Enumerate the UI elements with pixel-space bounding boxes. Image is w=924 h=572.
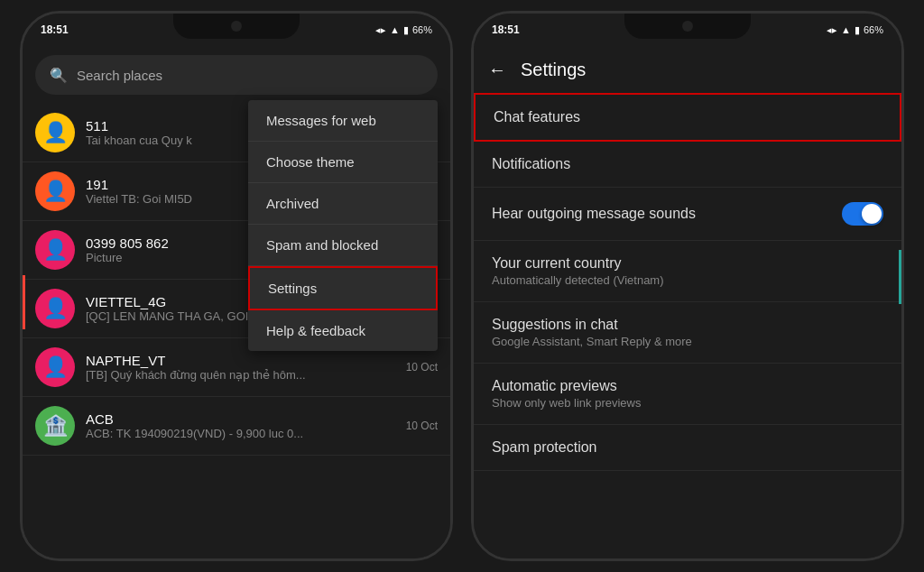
msg-content: ACB ACB: TK 194090219(VND) - 9,900 luc 0… <box>86 411 395 440</box>
signal-icon: ◂▸ <box>375 24 386 36</box>
wifi-icon-right: ▲ <box>841 24 851 35</box>
settings-item-suggestions[interactable]: Suggestions in chat Google Assistant, Sm… <box>474 302 901 364</box>
notch-left <box>173 14 300 39</box>
msg-time: 10 Oct <box>406 361 438 374</box>
menu-item-help-feedback[interactable]: Help & feedback <box>248 310 438 351</box>
settings-title: Settings <box>521 60 586 80</box>
menu-item-settings[interactable]: Settings <box>248 266 438 310</box>
settings-item-country[interactable]: Your current country Automatically detec… <box>474 241 901 302</box>
list-item[interactable]: 🏦 ACB ACB: TK 194090219(VND) - 9,900 luc… <box>23 397 450 456</box>
settings-item-text: Suggestions in chat Google Assistant, Sm… <box>492 317 692 348</box>
settings-item-title: Automatic previews <box>492 378 641 394</box>
dropdown-menu: Messages for web Choose theme Archived S… <box>248 100 438 351</box>
menu-item-messages-for-web[interactable]: Messages for web <box>248 100 438 142</box>
settings-item-auto-previews[interactable]: Automatic previews Show only web link pr… <box>474 364 901 425</box>
time-left: 18:51 <box>41 23 69 36</box>
status-bar-left: 18:51 ◂▸ ▲ ▮ 66% <box>23 14 450 46</box>
avatar: 🏦 <box>35 406 75 446</box>
right-scroll-indicator <box>899 250 901 304</box>
menu-item-spam-blocked[interactable]: Spam and blocked <box>248 225 438 266</box>
wifi-icon: ▲ <box>390 24 400 35</box>
battery-pct-left: 66% <box>412 24 432 35</box>
settings-item-subtitle: Google Assistant, Smart Reply & more <box>492 335 692 348</box>
status-icons-right: ◂▸ ▲ ▮ 66% <box>827 24 883 36</box>
left-scroll-indicator <box>23 275 25 329</box>
menu-item-archived[interactable]: Archived <box>248 183 438 225</box>
msg-name: NAPTHE_VT <box>86 353 395 368</box>
search-icon: 🔍 <box>50 67 68 84</box>
status-icons-left: ◂▸ ▲ ▮ 66% <box>375 24 432 36</box>
battery-icon-right: ▮ <box>855 24 860 36</box>
settings-screen: ← Settings Chat features Notifications H… <box>474 46 901 558</box>
settings-item-title: Suggestions in chat <box>492 317 692 333</box>
settings-header: ← Settings <box>474 46 901 93</box>
camera-dot-right <box>682 21 693 32</box>
status-bar-right: 18:51 ◂▸ ▲ ▮ 66% <box>474 14 901 46</box>
notch-right <box>624 14 751 39</box>
toggle-thumb <box>862 204 882 224</box>
settings-item-subtitle: Show only web link previews <box>492 396 641 410</box>
settings-item-subtitle: Automatically detected (Vietnam) <box>492 273 664 287</box>
messages-screen: 🔍 Search places 👤 511 Tai khoan cua Quy … <box>23 46 450 558</box>
battery-icon: ▮ <box>403 24 409 36</box>
avatar: 👤 <box>35 289 75 328</box>
avatar: 👤 <box>35 230 75 270</box>
avatar: 👤 <box>35 347 75 387</box>
search-bar[interactable]: 🔍 Search places <box>35 55 438 95</box>
settings-item-title: Hear outgoing message sounds <box>492 206 696 222</box>
settings-item-text: Hear outgoing message sounds <box>492 206 696 222</box>
avatar: 👤 <box>35 171 75 211</box>
settings-item-chat-features[interactable]: Chat features <box>474 93 901 142</box>
msg-name: ACB <box>86 411 395 427</box>
msg-content: NAPTHE_VT [TB] Quý khách đừng quên nạp t… <box>86 353 395 382</box>
settings-item-text: Spam protection <box>492 439 597 456</box>
msg-preview: ACB: TK 194090219(VND) - 9,900 luc 0... <box>86 427 395 440</box>
left-phone: 18:51 ◂▸ ▲ ▮ 66% 🔍 Search places 👤 511 T… <box>20 11 453 561</box>
msg-preview: [TB] Quý khách đừng quên nạp thẻ hôm... <box>86 368 395 382</box>
msg-time: 10 Oct <box>406 420 438 432</box>
settings-item-text: Your current country Automatically detec… <box>492 255 664 287</box>
settings-item-title: Your current country <box>492 255 664 272</box>
settings-item-text: Notifications <box>492 156 570 172</box>
menu-item-choose-theme[interactable]: Choose theme <box>248 142 438 183</box>
settings-item-text: Automatic previews Show only web link pr… <box>492 378 641 410</box>
back-button[interactable]: ← <box>488 60 506 80</box>
time-right: 18:51 <box>492 23 520 36</box>
settings-item-text: Chat features <box>494 109 580 125</box>
settings-item-title: Spam protection <box>492 439 597 456</box>
toggle-hear-sounds[interactable] <box>842 202 883 226</box>
signal-icon-right: ◂▸ <box>827 24 837 36</box>
settings-item-hear-sounds[interactable]: Hear outgoing message sounds <box>474 188 901 241</box>
battery-pct-right: 66% <box>864 24 883 35</box>
search-placeholder: Search places <box>77 68 162 83</box>
avatar: 👤 <box>35 113 75 152</box>
settings-list: Chat features Notifications Hear outgoin… <box>474 93 901 471</box>
right-phone: 18:51 ◂▸ ▲ ▮ 66% ← Settings Chat feature… <box>471 11 904 561</box>
settings-item-notifications[interactable]: Notifications <box>474 142 901 188</box>
camera-dot <box>231 21 242 32</box>
settings-item-title: Notifications <box>492 156 570 172</box>
settings-item-title: Chat features <box>494 109 580 125</box>
settings-item-spam-protection[interactable]: Spam protection <box>474 425 901 471</box>
